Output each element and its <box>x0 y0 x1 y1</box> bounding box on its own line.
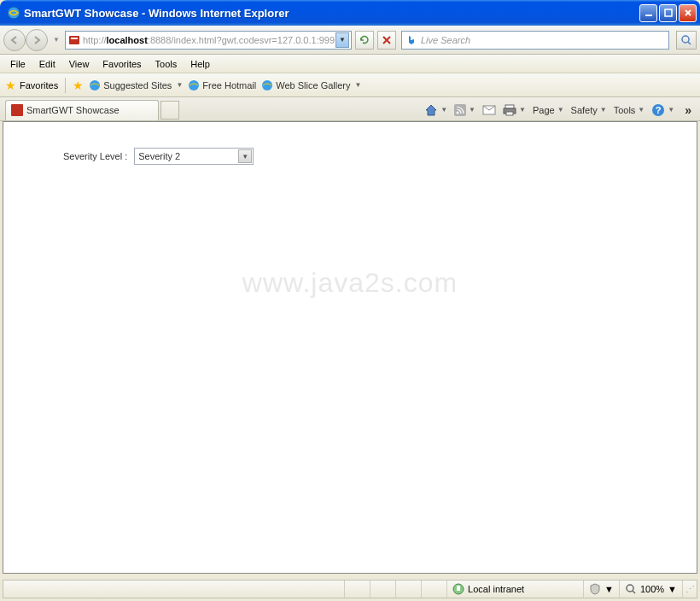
divider <box>65 78 66 93</box>
svg-rect-9 <box>454 104 466 116</box>
mail-button[interactable] <box>482 105 496 115</box>
severity-label: Severity Level : <box>63 151 127 161</box>
svg-rect-18 <box>457 586 460 591</box>
address-dropdown[interactable]: ▼ <box>335 32 349 48</box>
status-bar: Local intranet ▼ 100% ▼ ⋰ <box>3 580 697 598</box>
tab-title: SmartGWT Showcase <box>26 105 120 115</box>
free-hotmail-link[interactable]: Free Hotmail <box>188 79 256 91</box>
bing-icon <box>405 34 417 46</box>
command-bar: ▼ ▼ ▼ Page ▼ Safety ▼ Tools ▼ ? ▼ » <box>424 103 695 117</box>
home-icon <box>424 103 438 117</box>
status-cell <box>370 581 396 598</box>
ie-icon <box>188 79 200 91</box>
maximize-button[interactable] <box>659 4 677 22</box>
site-icon <box>67 33 81 47</box>
suggested-sites-link[interactable]: Suggested Sites ▼ <box>89 79 183 91</box>
status-cell <box>396 581 422 598</box>
window-title: SmartGWT Showcase - Windows Internet Exp… <box>24 7 639 20</box>
nav-history-dropdown[interactable]: ▼ <box>51 29 61 51</box>
rss-icon <box>454 104 466 116</box>
menu-favorites[interactable]: Favorites <box>96 56 148 72</box>
search-box[interactable]: Live Search <box>401 31 669 50</box>
favorites-label: Favorites <box>20 80 58 90</box>
menu-tools[interactable]: Tools <box>149 56 184 72</box>
chevron-down-icon: ▼ <box>354 81 361 89</box>
safety-menu[interactable]: Safety ▼ <box>571 105 607 115</box>
mail-icon <box>482 105 496 115</box>
chevron-down-icon: ▼ <box>668 106 674 114</box>
menu-view[interactable]: View <box>62 56 96 72</box>
window-controls <box>639 4 697 22</box>
svg-rect-1 <box>645 15 652 16</box>
menu-bar: File Edit View Favorites Tools Help <box>0 55 700 73</box>
svg-rect-4 <box>71 38 78 39</box>
resize-grip[interactable]: ⋰ <box>683 584 697 595</box>
severity-value: Severity 2 <box>138 151 249 161</box>
chevron-down-icon: ▼ <box>668 584 677 594</box>
chevron-down-icon: ▼ <box>557 106 564 114</box>
svg-point-19 <box>627 585 633 592</box>
address-bar[interactable]: http://localhost:8888/index.html?gwt.cod… <box>65 31 352 50</box>
svg-rect-14 <box>506 112 513 115</box>
protected-mode[interactable]: ▼ <box>584 581 620 598</box>
zoom-control[interactable]: 100% ▼ <box>620 581 683 598</box>
severity-form-row: Severity Level : Severity 2 ▼ <box>63 148 662 165</box>
svg-point-10 <box>457 111 459 114</box>
svg-point-5 <box>682 36 689 43</box>
ie-app-icon <box>7 6 20 20</box>
nav-arrows <box>3 29 48 51</box>
svg-text:?: ? <box>656 105 662 115</box>
svg-rect-2 <box>665 9 672 16</box>
zoom-icon <box>625 583 637 595</box>
address-text: http://localhost:8888/index.html?gwt.cod… <box>83 35 335 45</box>
ie-icon <box>89 79 101 91</box>
status-cell <box>345 581 370 598</box>
web-slice-gallery-link[interactable]: Web Slice Gallery ▼ <box>261 79 361 91</box>
stop-button[interactable] <box>377 31 396 50</box>
printer-icon <box>503 104 516 116</box>
menu-edit[interactable]: Edit <box>32 56 62 72</box>
close-button[interactable] <box>679 4 697 22</box>
new-tab-button[interactable] <box>160 101 179 120</box>
help-icon: ? <box>651 103 665 117</box>
shield-icon <box>589 583 601 595</box>
star-add-icon: ★ <box>73 79 84 92</box>
search-placeholder: Live Search <box>421 35 470 45</box>
favorites-button[interactable]: ★ Favorites <box>5 79 58 92</box>
select-dropdown-arrow[interactable]: ▼ <box>238 149 252 163</box>
menu-help[interactable]: Help <box>184 56 217 72</box>
tools-menu[interactable]: Tools ▼ <box>614 105 645 115</box>
overflow-chevron[interactable]: » <box>685 103 691 117</box>
page-content: Severity Level : Severity 2 ▼ www.java2s… <box>3 121 697 574</box>
watermark-text: www.java2s.com <box>242 267 458 299</box>
ie-icon <box>261 79 273 91</box>
chevron-down-icon: ▼ <box>638 106 645 114</box>
status-cell <box>422 581 447 598</box>
tab-favicon <box>11 104 23 116</box>
tab-bar: SmartGWT Showcase ▼ ▼ ▼ Page ▼ Safety ▼ … <box>0 97 700 121</box>
chevron-down-icon: ▼ <box>600 106 607 114</box>
feeds-button[interactable]: ▼ <box>454 104 475 116</box>
refresh-button[interactable] <box>355 31 374 50</box>
print-button[interactable]: ▼ <box>503 104 526 116</box>
security-zone[interactable]: Local intranet <box>447 581 584 598</box>
severity-select[interactable]: Severity 2 ▼ <box>134 148 254 165</box>
window-titlebar: SmartGWT Showcase - Windows Internet Exp… <box>0 0 700 26</box>
chevron-down-icon: ▼ <box>604 584 614 594</box>
star-icon: ★ <box>5 79 16 92</box>
zoom-value: 100% <box>640 584 664 594</box>
back-button[interactable] <box>3 29 26 51</box>
add-favorite-button[interactable]: ★ <box>73 79 84 92</box>
nav-bar: ▼ http://localhost:8888/index.html?gwt.c… <box>0 26 700 55</box>
search-button[interactable] <box>676 31 697 50</box>
svg-rect-3 <box>69 36 79 44</box>
page-menu[interactable]: Page ▼ <box>533 105 564 115</box>
chevron-down-icon: ▼ <box>440 106 447 114</box>
tab-smartgwt-showcase[interactable]: SmartGWT Showcase <box>5 100 159 120</box>
menu-file[interactable]: File <box>3 56 32 72</box>
help-button[interactable]: ? ▼ <box>651 103 674 117</box>
forward-button[interactable] <box>26 29 48 51</box>
favorites-bar: ★ Favorites ★ Suggested Sites ▼ Free Hot… <box>0 73 700 97</box>
minimize-button[interactable] <box>639 4 657 22</box>
home-button[interactable]: ▼ <box>424 103 447 117</box>
